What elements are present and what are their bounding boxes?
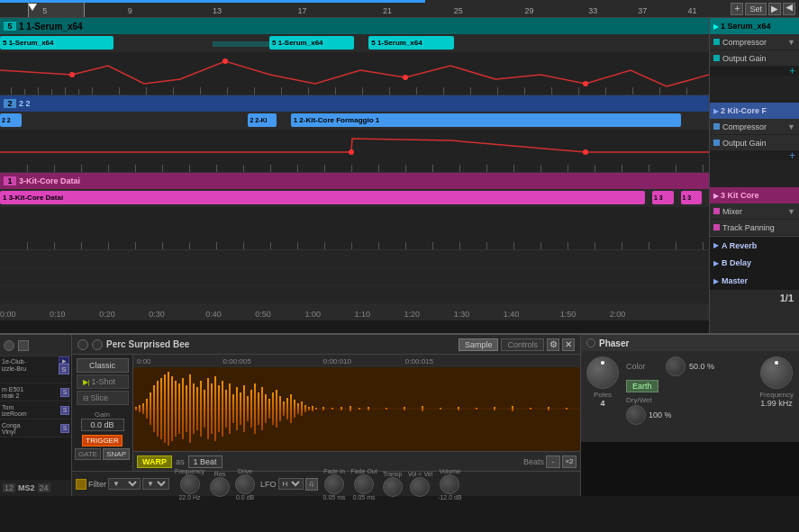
svg-rect-72 (324, 242, 325, 249)
dev-t3-track-panning[interactable]: Track Panning (710, 220, 799, 236)
dev-t1-name: 1 Serum_x64 (721, 22, 771, 31)
phaser-power-icon[interactable] (586, 338, 595, 347)
sample-close-icon[interactable]: ✕ (562, 338, 575, 351)
dev-t1-output-gain[interactable]: Output Gain (710, 50, 799, 67)
time-sig-value: 1/1 (780, 293, 794, 303)
svg-rect-51 (459, 165, 460, 172)
warp-btn[interactable]: WARP (137, 455, 172, 468)
time-0: 0:00 (0, 310, 16, 319)
mode-1shot-btn[interactable]: ▶| 1-Shot (77, 374, 129, 389)
dev-t2-compressor[interactable]: Compressor ▼ (710, 119, 799, 135)
ruler-mark-13: 13 (213, 6, 222, 15)
ruler-mark-9: 9 (128, 6, 132, 15)
dev-track-2-header: ▶ 2 Kit-Core F (710, 103, 799, 119)
clip-kit3-2[interactable]: 1 3 (652, 191, 674, 204)
fade-in-knob[interactable] (324, 474, 344, 494)
time-140: 1:40 (504, 310, 520, 319)
transp-knob[interactable] (383, 477, 403, 497)
track-2-automation (0, 130, 709, 172)
drive-knob[interactable] (235, 474, 255, 494)
dev-t2-output-gain[interactable]: Output Gain (710, 135, 799, 151)
collapse-button[interactable]: ▶ (783, 3, 795, 15)
svg-rect-78 (486, 242, 487, 249)
phaser-freq-knob[interactable] (760, 356, 793, 389)
mini-stop-icon[interactable] (18, 340, 29, 351)
mini-tom-s[interactable]: S (60, 406, 69, 415)
clip-label: 5 1-Serum_x64 (272, 39, 322, 47)
track-2-header: 2 2 2 (0, 95, 709, 112)
filter-type-select[interactable]: ▼ (108, 478, 141, 490)
oneshot-label: 1-Shot (92, 377, 116, 386)
mode-classic-btn[interactable]: Classic (77, 358, 129, 373)
sample-power-btn[interactable] (77, 339, 88, 350)
compressor-label: Compressor (722, 38, 767, 47)
compressor-2-label: Compressor (722, 122, 767, 131)
volume-section: Volume -12.0 dB (438, 468, 461, 500)
lfo-freq-select[interactable]: Hz (278, 478, 304, 490)
svg-rect-16 (254, 87, 255, 95)
track-1-clips[interactable]: 5 1-Serum_x64 5 1-Serum_x64 5 1-Serum_x6… (0, 34, 709, 52)
filter-mode-select[interactable]: ▼ (142, 478, 169, 490)
dev-t1-extra (710, 76, 799, 103)
volume-knob[interactable] (440, 474, 459, 494)
dev-t2-name: 2 Kit-Core F (721, 106, 767, 115)
res-section: Res (210, 471, 230, 497)
svg-rect-39 (135, 165, 136, 172)
mini-track-club-s[interactable]: S (59, 364, 69, 374)
svg-rect-52 (486, 165, 487, 172)
res-knob[interactable] (210, 477, 230, 497)
beats-up-btn[interactable]: ×2 (562, 455, 577, 468)
vol-vel-knob[interactable] (410, 477, 430, 497)
clip-kit2-1[interactable]: 2 2 (0, 113, 22, 127)
trigger-btn[interactable]: TRIGGER (82, 435, 122, 446)
color-knob[interactable] (666, 356, 686, 376)
beats-down-btn[interactable]: - (546, 455, 560, 468)
fade-in-label: Fade In (323, 468, 345, 474)
clip-kit3-1[interactable]: 1 3-Kit-Core Datai (0, 191, 645, 204)
mini-loop-icon[interactable] (4, 340, 14, 351)
svg-rect-5 (24, 89, 25, 95)
svg-rect-11 (119, 87, 120, 95)
trigger-gate-section: TRIGGER (82, 435, 122, 446)
mode-slice-btn[interactable]: ⊟ Slice (77, 391, 129, 405)
dev-t1-compressor[interactable]: Compressor ▼ (710, 34, 799, 50)
tab-controls[interactable]: Controls (501, 338, 544, 351)
beat-value[interactable]: 1 Beat (188, 455, 222, 468)
svg-rect-21 (389, 87, 390, 95)
return-b-label: B Delay (722, 258, 751, 267)
gate-btn[interactable]: GATE (75, 448, 101, 460)
slice-label: Slice (91, 393, 109, 402)
phaser-freq-value: 1.99 kHz (760, 399, 793, 408)
set-button[interactable]: Set (745, 3, 767, 15)
svg-rect-30 (632, 87, 633, 95)
add-track-button[interactable]: + (731, 3, 743, 15)
tick-svg-3 (0, 239, 709, 249)
dev-t3-mixer[interactable]: Mixer ▼ (710, 203, 799, 220)
expand-button[interactable]: ▶ (768, 3, 781, 15)
mini-play-icon[interactable]: ▶ (59, 356, 69, 364)
poles-knob[interactable] (586, 356, 619, 389)
clip-kit2-2[interactable]: 2 2-Ki (248, 113, 276, 127)
gain-value[interactable]: 0.0 dB (81, 419, 124, 431)
dry-wet-knob[interactable] (626, 405, 646, 425)
clip-kit3-3[interactable]: 1 3 (681, 191, 703, 204)
tab-sample[interactable]: Sample (459, 338, 499, 351)
mini-e501-s[interactable]: S (60, 388, 69, 397)
mini-conga-s[interactable]: S (60, 424, 69, 433)
svg-rect-60 (703, 165, 704, 172)
fade-out-knob[interactable] (354, 474, 374, 494)
lfo-sync-btn[interactable]: ♫ (305, 478, 318, 491)
clip-serum-1[interactable]: 5 1-Serum_x64 (0, 36, 113, 50)
track-2-clips[interactable]: 2 2 2 2-Ki 1 2-Kit-Core Formaggio 1 (0, 112, 709, 130)
mini-conga-name: CongaVinyl (2, 422, 21, 435)
earth-btn[interactable]: Earth (626, 380, 658, 392)
clip-kit2-3[interactable]: 1 2-Kit-Core Formaggio 1 (291, 113, 681, 127)
sample-config-icon[interactable]: ⚙ (547, 338, 559, 351)
clip-serum-3[interactable]: 5 1-Serum_x64 (368, 36, 453, 50)
svg-rect-13 (173, 87, 174, 95)
clip-serum-2[interactable]: 5 1-Serum_x64 (269, 36, 354, 50)
snap-btn[interactable]: SNAP (103, 448, 130, 460)
freq-knob[interactable] (180, 474, 200, 494)
master-play-icon: ▶ (713, 277, 719, 285)
track-3-clips[interactable]: 1 3-Kit-Core Datai 1 3 1 3 (0, 189, 709, 207)
